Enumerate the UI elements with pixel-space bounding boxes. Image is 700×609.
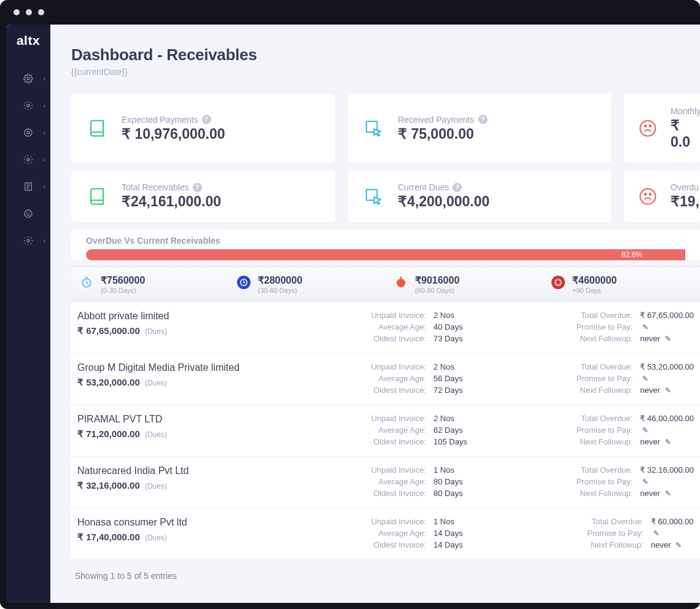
edit-icon[interactable]: ✎ [665, 438, 671, 446]
receivable-row[interactable]: PIRAMAL PVT LTD ₹ 71,20,000.00 (Dues) Un… [71, 405, 700, 457]
aging-bucket-0-30[interactable]: ₹7560000(0-30 Days) [71, 274, 228, 294]
sidebar-item[interactable]: ‹ [6, 65, 50, 92]
edit-icon[interactable]: ✎ [675, 541, 682, 549]
sidebar-item[interactable]: ‹ [6, 227, 50, 254]
svg-point-14 [640, 121, 656, 136]
entries-summary: Showing 1 to 5 of 5 entries [71, 560, 700, 581]
edit-icon[interactable]: ✎ [665, 335, 671, 343]
progress-title: OverDue Vs Current Receivables [86, 236, 685, 246]
sidebar: altx ‹ ‹ ‹ ‹ ‹ [6, 25, 50, 603]
sidebar-item[interactable] [6, 200, 50, 227]
edit-icon[interactable]: ✎ [653, 529, 659, 538]
window-dot [38, 9, 44, 15]
card-value: ₹24,161,000.00 [122, 193, 221, 210]
receivable-row[interactable]: Honasa consumer Pvt ltd ₹ 17,40,000.00 (… [71, 508, 700, 560]
help-icon[interactable]: ? [202, 115, 211, 124]
sidebar-item[interactable]: ‹ [6, 173, 50, 200]
card-current-dues: Current Dues? ₹4,200,000.00 [348, 170, 612, 222]
svg-point-2 [27, 131, 29, 134]
sidebar-item[interactable]: ‹ [6, 146, 50, 173]
stopwatch-icon [80, 276, 93, 289]
edit-icon[interactable]: ✎ [642, 426, 648, 435]
receivable-row[interactable]: Abbott private limited ₹ 67,65,000.00 (D… [71, 302, 700, 354]
book-icon [86, 185, 108, 208]
svg-point-1 [27, 104, 29, 107]
main-content: Dashboard - Receivables {{currentDate}} … [50, 25, 700, 603]
cursor-icon [362, 185, 384, 208]
book-icon [86, 117, 108, 139]
card-total-receivables: Total Receivables? ₹24,161,000.00 [71, 170, 335, 222]
chevron-left-icon: ‹ [44, 238, 45, 244]
stopwatch-icon [394, 276, 408, 289]
card-label: Received Payments? [398, 115, 488, 125]
gear-icon [23, 101, 33, 111]
edit-icon[interactable]: ✎ [665, 489, 671, 498]
card-monthly: Monthly ₹ 0.0 [624, 94, 700, 163]
company-dues: ₹ 71,20,000.00 (Dues) [77, 429, 298, 440]
svg-point-10 [27, 212, 28, 213]
window-dot [26, 9, 32, 15]
chevron-left-icon: ‹ [44, 157, 45, 163]
company-dues: ₹ 53,20,000.00 (Dues) [77, 377, 298, 388]
chevron-left-icon: ‹ [44, 184, 45, 190]
card-label: Monthly [671, 106, 700, 116]
window-titlebar [0, 0, 700, 25]
card-received-payments: Received Payments? ₹ 75,000.00 [348, 94, 612, 163]
receivable-row[interactable]: Group M Digital Media Private limited ₹ … [71, 354, 700, 405]
svg-point-0 [27, 77, 29, 80]
chevron-left-icon: ‹ [44, 130, 45, 136]
svg-point-23 [397, 279, 405, 287]
clock-icon [551, 276, 565, 289]
logo: altx [17, 33, 40, 48]
card-value: ₹4,200,000.00 [398, 193, 489, 210]
page-subtitle: {{currentDate}} [71, 67, 700, 77]
aging-bucket-60-90[interactable]: ₹9016000(60-90 Days) [386, 274, 543, 294]
clock-icon [237, 276, 251, 289]
receivable-row[interactable]: Naturecared India Pvt Ltd ₹ 32,16,000.00… [71, 457, 700, 508]
card-value: ₹ 10,976,000.00 [122, 126, 225, 142]
cursor-icon [362, 117, 384, 139]
aging-bucket-30-60[interactable]: ₹2800000(30-60 Days) [228, 274, 386, 294]
svg-point-20 [650, 193, 651, 195]
card-expected-payments: Expected Payments? ₹ 10,976,000.00 [71, 94, 335, 163]
card-label: Overdu [671, 182, 700, 192]
gear-icon [23, 128, 33, 138]
help-icon[interactable]: ? [478, 115, 488, 124]
sidebar-item[interactable]: ‹ [6, 92, 50, 119]
chevron-left-icon: ‹ [44, 103, 45, 109]
svg-point-11 [29, 212, 30, 213]
document-icon [23, 182, 33, 192]
gear-icon [23, 155, 33, 165]
svg-point-15 [645, 125, 647, 127]
help-icon[interactable]: ? [193, 183, 202, 192]
gear-icon [23, 74, 33, 83]
svg-point-18 [640, 188, 656, 204]
card-label: Expected Payments? [122, 115, 225, 125]
sidebar-item[interactable]: ‹ [6, 119, 50, 146]
card-overdue: Overdu ₹19,9 [624, 170, 700, 222]
aging-buckets: ₹7560000(0-30 Days) ₹2800000(30-60 Days)… [71, 266, 700, 302]
card-label: Total Receivables? [122, 182, 221, 192]
edit-icon[interactable]: ✎ [642, 323, 648, 332]
company-name: PIRAMAL PVT LTD [77, 414, 298, 425]
help-icon[interactable]: ? [453, 183, 462, 192]
company-dues: ₹ 17,40,000.00 (Dues) [77, 532, 298, 543]
svg-point-9 [25, 210, 32, 217]
company-name: Honasa consumer Pvt ltd [77, 517, 298, 528]
edit-icon[interactable]: ✎ [642, 374, 648, 383]
aging-bucket-90-plus[interactable]: ₹4600000+90 Days [543, 274, 700, 294]
edit-icon[interactable]: ✎ [665, 386, 671, 395]
card-value: ₹19,9 [671, 193, 700, 210]
smile-icon [23, 209, 33, 219]
progress-bar: 82.6% [86, 249, 685, 260]
svg-point-4 [27, 158, 29, 161]
svg-point-16 [650, 125, 651, 127]
company-dues: ₹ 32,16,000.00 (Dues) [77, 480, 298, 491]
card-value: ₹ 75,000.00 [398, 126, 488, 142]
window-dot [14, 9, 20, 15]
gear-icon [23, 236, 33, 246]
svg-point-12 [27, 239, 29, 242]
edit-icon[interactable]: ✎ [642, 478, 648, 486]
company-dues: ₹ 67,65,000.00 (Dues) [77, 325, 298, 336]
sad-face-icon [639, 185, 657, 208]
